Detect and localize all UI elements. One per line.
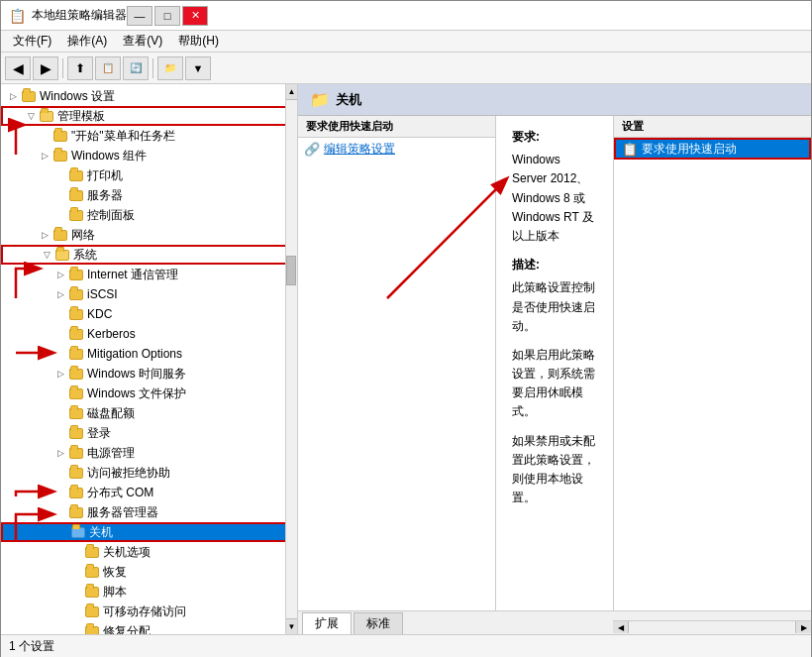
tree-item-internet-comm[interactable]: ▷ Internet 通信管理: [1, 265, 297, 284]
tree-item-server-mgr[interactable]: 服务器管理器: [1, 502, 297, 522]
requirements-section: 要求: Windows Server 2012、Windows 8 或 Wind…: [512, 128, 597, 246]
up-button[interactable]: ⬆: [67, 56, 93, 80]
tree-item-admin-templates[interactable]: ▽ 管理模板: [1, 106, 297, 126]
tree-item-windows-components[interactable]: ▷ Windows 组件: [1, 146, 297, 165]
scroll-up[interactable]: ▲: [286, 84, 297, 100]
tree-item-kerberos[interactable]: Kerberos: [1, 324, 297, 344]
menu-file[interactable]: 文件(F): [5, 31, 59, 52]
forward-button[interactable]: ▶: [33, 56, 58, 80]
tree-item-removable[interactable]: 可移动存储访问: [1, 602, 297, 621]
description-area: 要求: Windows Server 2012、Windows 8 或 Wind…: [496, 116, 613, 610]
tab-standard[interactable]: 标准: [354, 612, 403, 634]
tree-item-control-panel[interactable]: 控制面板: [1, 205, 297, 225]
refresh-button[interactable]: 🔄: [123, 56, 149, 80]
tree-item-system[interactable]: ▽ 系统: [1, 245, 297, 265]
close-button[interactable]: ✕: [182, 6, 208, 26]
tree-item-script[interactable]: 脚本: [1, 582, 297, 602]
folder-icon-sd: [70, 525, 86, 539]
expand-arrow-iscsi: ▷: [52, 286, 68, 302]
folder-icon-mr: [84, 624, 100, 634]
folder-icon-dc: [68, 486, 84, 499]
edit-link-text[interactable]: 编辑策略设置: [324, 141, 395, 158]
no-arrow-wf: [52, 385, 68, 401]
tree-item-network[interactable]: ▷ 网络: [1, 225, 297, 245]
no-arrow-mr: [68, 623, 84, 634]
no-arrow-p: [52, 167, 68, 183]
scroll-down[interactable]: ▼: [286, 618, 297, 634]
new-object-button[interactable]: 📁: [157, 56, 183, 80]
folder-icon-net: [52, 228, 68, 242]
tree-item-access-denied[interactable]: 访问被拒绝协助: [1, 463, 297, 483]
back-button[interactable]: ◀: [5, 56, 31, 80]
description-extra1: 如果启用此策略设置，则系统需要启用休眠模式。: [512, 346, 597, 422]
folder-icon-iscsi: [68, 287, 84, 301]
settings-item-label: 要求使用快速启动: [642, 141, 737, 158]
folder-icon-kdc: [68, 307, 84, 321]
policy-list-header: 要求使用快速启动: [298, 116, 495, 138]
main-content: ▷ Windows 设置 ▽ 管理模板 "开始"菜单和任务栏: [1, 84, 811, 634]
expand-arrow-admin: ▽: [23, 108, 39, 124]
menu-bar: 文件(F) 操作(A) 查看(V) 帮助(H): [1, 31, 811, 53]
tree-item-windows-settings[interactable]: ▷ Windows 设置: [1, 86, 297, 106]
no-arrow-mit: [52, 346, 68, 362]
no-arrow-dq: [52, 405, 68, 421]
no-arrow: [37, 128, 52, 144]
no-arrow-s: [52, 187, 68, 203]
description-text: 此策略设置控制是否使用快速启动。: [512, 278, 597, 336]
tree-item-start-menu[interactable]: "开始"菜单和任务栏: [1, 126, 297, 146]
tree-item-login[interactable]: 登录: [1, 423, 297, 443]
tree-item-shutdown[interactable]: 关机: [1, 522, 297, 542]
tree-item-wintime[interactable]: ▷ Windows 时间服务: [1, 364, 297, 383]
description-label: 描述:: [512, 256, 597, 274]
tree-item-kdc[interactable]: KDC: [1, 304, 297, 324]
minimize-button[interactable]: —: [127, 6, 152, 26]
no-arrow-ad: [52, 465, 68, 481]
title-bar-title: 本地组策略编辑器: [32, 7, 127, 24]
no-arrow-sc: [68, 584, 84, 600]
expand-arrow-sys: ▽: [39, 247, 54, 263]
tree-item-iscsi[interactable]: ▷ iSCSI: [1, 284, 297, 304]
tree-item-disk-quota[interactable]: 磁盘配额: [1, 403, 297, 423]
scroll-thumb[interactable]: [286, 256, 296, 285]
maximize-button[interactable]: □: [154, 6, 180, 26]
tree-item-distributed-com[interactable]: 分布式 COM: [1, 483, 297, 502]
folder-icon-wc: [52, 149, 68, 163]
menu-action[interactable]: 操作(A): [59, 31, 115, 52]
tree-item-mitigation[interactable]: Mitigation Options: [1, 344, 297, 364]
tree-item-printer[interactable]: 打印机: [1, 165, 297, 185]
no-arrow-sm: [52, 504, 68, 520]
menu-view[interactable]: 查看(V): [115, 31, 170, 52]
folder-icon-admin: [39, 109, 54, 123]
requirements-text: Windows Server 2012、Windows 8 或 Windows …: [512, 151, 597, 246]
tree-item-more[interactable]: 修复分配: [1, 621, 297, 634]
folder-icon-wt: [68, 367, 84, 381]
requirements-label: 要求:: [512, 128, 597, 147]
right-header-icon: 📁: [310, 90, 330, 109]
show-hide-button[interactable]: 📋: [95, 56, 121, 80]
no-arrow-lg: [52, 425, 68, 441]
tree-item-server[interactable]: 服务器: [1, 185, 297, 205]
tree-item-power[interactable]: ▷ 电源管理: [1, 443, 297, 463]
tree-item-recovery[interactable]: 恢复: [1, 562, 297, 582]
folder-icon-cp: [68, 208, 84, 222]
desc-extra1-text: 如果启用此策略设置，则系统需要启用休眠模式。: [512, 346, 597, 422]
folder-icon-mit: [68, 347, 84, 361]
folder-icon-start: [52, 129, 68, 143]
settings-item-fast-startup[interactable]: 📋 要求使用快速启动: [614, 138, 811, 160]
window-controls: — □ ✕: [127, 6, 208, 26]
filter-button[interactable]: ▼: [185, 56, 211, 80]
tree-item-shutdown-options[interactable]: 关机选项: [1, 542, 297, 562]
folder-icon-sys: [54, 248, 70, 262]
tree-item-winfile[interactable]: Windows 文件保护: [1, 383, 297, 403]
no-arrow-sd: [54, 524, 70, 540]
right-panel: 📁 关机 要求使用快速启动 🔗 编辑策略设置 要求: Win: [298, 84, 811, 634]
expand-arrow-net: ▷: [37, 227, 52, 243]
edit-policy-link[interactable]: 🔗 编辑策略设置: [298, 138, 495, 160]
tab-expand[interactable]: 扩展: [302, 612, 352, 634]
no-arrow-cp: [52, 207, 68, 223]
folder-icon-pwr: [68, 446, 84, 460]
toolbar-separator-2: [152, 58, 153, 78]
menu-help[interactable]: 帮助(H): [170, 31, 227, 52]
expand-arrow-ic: ▷: [52, 267, 68, 282]
tree-scrollbar[interactable]: ▲ ▼: [285, 84, 297, 634]
